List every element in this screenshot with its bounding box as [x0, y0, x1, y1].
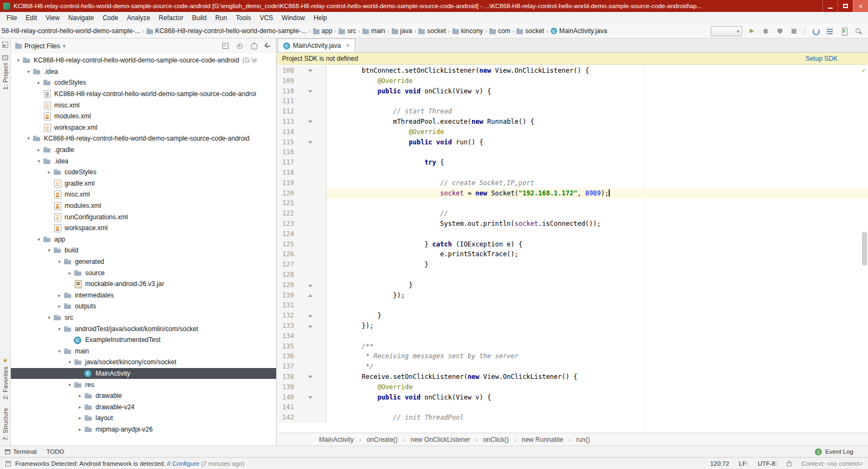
breadcrumb-item[interactable]: MainActivity	[318, 436, 355, 443]
tree-item[interactable]: ▾src	[11, 312, 276, 324]
locate-icon[interactable]	[235, 42, 244, 50]
settings-gear-icon[interactable]	[250, 42, 258, 50]
editor-tab-mainactivity[interactable]: C MainActivity.java ×	[278, 39, 355, 52]
close-tab-icon[interactable]: ×	[346, 42, 349, 49]
tree-open-arrow-icon[interactable]: ▾	[24, 136, 33, 141]
code-line[interactable]: 117 try {	[277, 157, 868, 168]
tree-item[interactable]: ▸mipmap-anydpi-v26	[11, 424, 276, 435]
code-line[interactable]: 109 @Override	[277, 76, 868, 86]
menu-item-code[interactable]: Code	[98, 12, 123, 23]
breadcrumb-item[interactable]: com	[489, 27, 511, 35]
fold-down-icon[interactable]	[297, 392, 327, 403]
code-line[interactable]: 122 //	[277, 208, 868, 219]
project-tool-tab[interactable]: 1: Project	[2, 55, 9, 90]
structure-icon[interactable]	[825, 27, 834, 36]
tree-item[interactable]: misc.xml	[11, 189, 276, 200]
code-line[interactable]: 129 }	[277, 280, 868, 290]
tree-open-arrow-icon[interactable]: ▾	[55, 259, 63, 264]
breadcrumb-item[interactable]: kincony	[452, 27, 484, 35]
avd-manager-icon[interactable]	[839, 27, 848, 36]
tree-open-arrow-icon[interactable]: ▾	[35, 159, 43, 164]
menu-item-refactor[interactable]: Refactor	[155, 12, 188, 23]
fold-down-icon[interactable]	[297, 372, 327, 382]
breadcrumb-item[interactable]: run()	[575, 436, 591, 443]
code-line[interactable]: 142 // init ThreadPool	[277, 413, 868, 423]
tree-open-arrow-icon[interactable]: ▾	[45, 248, 53, 253]
todo-tab[interactable]: TODO	[46, 448, 64, 455]
tree-item[interactable]: workspace.xml	[11, 223, 276, 234]
breadcrumb-item[interactable]: java	[391, 27, 413, 35]
tree-item[interactable]: modules.xml	[11, 200, 276, 212]
breadcrumb-item[interactable]: socket	[516, 27, 545, 35]
tree-closed-arrow-icon[interactable]: ▸	[76, 415, 84, 421]
sync-icon[interactable]	[811, 27, 820, 36]
tree-item[interactable]: KC868-H8-relay-control-hello-world-demo-…	[11, 88, 276, 100]
tree-item[interactable]: misc.xml	[11, 99, 276, 111]
stop-icon[interactable]	[789, 27, 799, 36]
code-line[interactable]: 125 } catch (IOException e) {	[277, 239, 868, 250]
structure-tool-tab[interactable]: 7: Structure	[2, 408, 9, 440]
tree-item[interactable]: ▾app	[11, 234, 276, 245]
tree-open-arrow-icon[interactable]: ▾	[24, 69, 33, 74]
run-config-select[interactable]: ▾	[711, 26, 742, 36]
code-line[interactable]: 126 e.printStackTrace();	[277, 249, 868, 259]
tree-item[interactable]: ▸source	[11, 267, 276, 278]
tree-closed-arrow-icon[interactable]: ▸	[66, 270, 74, 276]
code-line[interactable]: 127 }	[277, 259, 868, 270]
encoding[interactable]: UTF-8:	[758, 460, 777, 467]
menu-item-analyze[interactable]: Analyze	[123, 12, 155, 23]
tree-closed-arrow-icon[interactable]: ▸	[55, 293, 63, 298]
tree-item[interactable]: ▾KC868-H8-relay-control-hello-world-demo…	[11, 55, 276, 66]
tree-item[interactable]: ▸layout	[11, 413, 276, 424]
fold-down-icon[interactable]	[297, 86, 327, 97]
menu-item-edit[interactable]: Edit	[21, 12, 41, 23]
menu-item-view[interactable]: View	[41, 12, 64, 23]
code-line[interactable]: 134	[277, 331, 868, 341]
menu-item-navigate[interactable]: Navigate	[64, 12, 98, 23]
code-line[interactable]: 124	[277, 229, 868, 239]
code-line[interactable]: 115 public void run() {	[277, 137, 868, 148]
tree-open-arrow-icon[interactable]: ▾	[45, 315, 53, 320]
line-separator[interactable]: LF:	[739, 460, 748, 467]
breadcrumb-item[interactable]: main	[362, 27, 386, 35]
tree-item[interactable]: ▸drawable-v24	[11, 401, 276, 413]
tree-item[interactable]: ▸.gradle	[11, 144, 276, 156]
tree-item[interactable]: ▸drawable	[11, 390, 276, 402]
menu-item-file[interactable]: File	[2, 12, 21, 23]
code-line[interactable]: 135 /**	[277, 341, 868, 352]
code-line[interactable]: 141	[277, 402, 868, 413]
code-line[interactable]: 139 @Override	[277, 382, 868, 392]
tree-closed-arrow-icon[interactable]: ▸	[76, 427, 84, 432]
fold-down-icon[interactable]	[297, 137, 327, 148]
debug-icon[interactable]	[761, 27, 770, 36]
tree-item[interactable]: ▾androidTest/java/socket/komlin/com/sock…	[11, 323, 276, 334]
hide-panel-icon[interactable]	[264, 42, 272, 50]
code-line[interactable]: 138 Receive.setOnClickListener(new View.…	[277, 372, 868, 382]
tree-closed-arrow-icon[interactable]: ▸	[76, 404, 84, 410]
project-view-selector[interactable]: Project Files	[24, 42, 60, 50]
fold-down-icon[interactable]	[297, 117, 327, 127]
tree-closed-arrow-icon[interactable]: ▸	[45, 169, 53, 175]
menu-item-build[interactable]: Build	[188, 12, 211, 23]
breadcrumb-item[interactable]: onCreate()	[366, 436, 399, 443]
configure-link[interactable]: Configure	[173, 460, 200, 467]
tree-item[interactable]: modules.xml	[11, 111, 276, 122]
code-editor[interactable]: 108 btnConnect.setOnClickListener(new Vi…	[277, 65, 868, 433]
tree-closed-arrow-icon[interactable]: ▸	[76, 393, 84, 398]
maximize-button[interactable]	[838, 0, 853, 12]
tree-item[interactable]: ▸codeStyles	[11, 167, 276, 178]
fold-up-icon[interactable]	[297, 280, 327, 290]
menu-item-help[interactable]: Help	[309, 12, 331, 23]
coverage-icon[interactable]	[775, 27, 784, 36]
breadcrumb-item[interactable]: KC868-H8-relay-control-hello-world-demo-…	[146, 27, 307, 35]
favorites-tool-tab[interactable]: ★ 2: Favorites	[2, 358, 9, 400]
fold-down-icon[interactable]	[297, 66, 327, 76]
tree-item[interactable]: ▾.idea	[11, 155, 276, 167]
tree-item[interactable]: mockable-android-26.v3.jar	[11, 278, 276, 290]
code-line[interactable]: 130 });	[277, 290, 868, 301]
tree-open-arrow-icon[interactable]: ▾	[55, 348, 63, 354]
code-line[interactable]: 131	[277, 300, 868, 310]
menu-item-run[interactable]: Run	[211, 12, 232, 23]
caret-position[interactable]: 120:72	[710, 460, 729, 467]
tree-open-arrow-icon[interactable]: ▾	[35, 237, 43, 242]
